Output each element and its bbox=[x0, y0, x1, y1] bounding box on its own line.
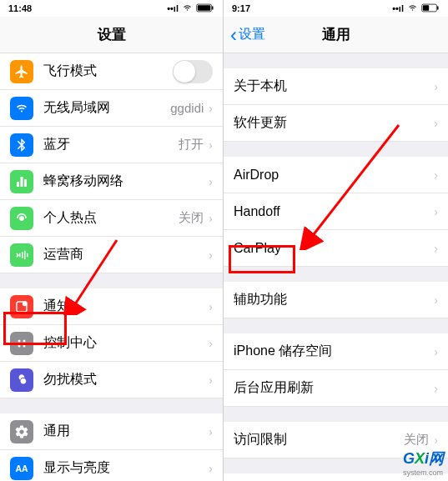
row-wifi[interactable]: 无线局域网 ggdidi › bbox=[0, 90, 223, 127]
wifi-icon bbox=[182, 3, 193, 15]
row-label: 个人热点 bbox=[43, 209, 179, 227]
row-control-center[interactable]: 控制中心 › bbox=[0, 325, 223, 362]
chevron-right-icon: › bbox=[209, 248, 213, 262]
general-icon bbox=[10, 420, 33, 443]
row-handoff[interactable]: Handoff › bbox=[224, 193, 448, 230]
chevron-right-icon: › bbox=[434, 80, 438, 93]
status-bar: 9:17 ••ıl bbox=[224, 0, 448, 17]
row-about[interactable]: 关于本机 › bbox=[224, 68, 448, 105]
chevron-right-icon: › bbox=[434, 345, 438, 358]
svg-rect-18 bbox=[437, 6, 438, 9]
row-software-update[interactable]: 软件更新 › bbox=[224, 105, 448, 142]
svg-text:AA: AA bbox=[15, 463, 28, 473]
svg-rect-2 bbox=[212, 6, 213, 9]
airplane-icon bbox=[10, 60, 33, 83]
row-bluetooth[interactable]: 蓝牙 打开 › bbox=[0, 127, 223, 163]
row-notifications[interactable]: 通知 › bbox=[0, 288, 223, 325]
signal-icon: ••ıl bbox=[392, 3, 404, 13]
chevron-right-icon: › bbox=[209, 373, 213, 387]
chevron-right-icon: › bbox=[434, 242, 438, 255]
row-label: iPhone 储存空间 bbox=[234, 343, 434, 360]
row-carplay[interactable]: CarPlay › bbox=[224, 230, 448, 267]
chevron-right-icon: › bbox=[434, 117, 438, 130]
row-display[interactable]: AA 显示与亮度 › bbox=[0, 450, 223, 481]
row-label: 蜂窝移动网络 bbox=[43, 173, 209, 190]
svg-point-7 bbox=[18, 344, 21, 347]
row-carrier[interactable]: 运营商 › bbox=[0, 237, 223, 273]
chevron-right-icon: › bbox=[209, 138, 213, 152]
row-label: 勿扰模式 bbox=[43, 371, 209, 388]
airplane-toggle[interactable] bbox=[173, 60, 213, 83]
wifi-icon bbox=[407, 3, 418, 15]
control-center-icon bbox=[10, 332, 33, 355]
chevron-right-icon: › bbox=[209, 425, 213, 438]
chevron-right-icon: › bbox=[434, 168, 438, 182]
notifications-icon bbox=[10, 295, 33, 318]
nav-bar: ‹ 设置 通用 bbox=[224, 17, 448, 53]
row-accessibility[interactable]: 辅助功能 › bbox=[224, 282, 448, 318]
row-label: 运营商 bbox=[43, 246, 209, 263]
row-label: 软件更新 bbox=[234, 114, 434, 132]
status-indicators: ••ıl bbox=[167, 3, 214, 15]
row-storage[interactable]: iPhone 储存空间 › bbox=[224, 333, 448, 370]
bluetooth-icon bbox=[10, 133, 33, 157]
row-value: 关闭 bbox=[404, 432, 429, 448]
chevron-right-icon: › bbox=[209, 175, 213, 188]
settings-screen-left: 11:48 ••ıl 设置 飞行模式 无线局域网 ggdidi › bbox=[0, 0, 224, 481]
display-icon: AA bbox=[10, 457, 33, 480]
svg-rect-17 bbox=[423, 5, 429, 11]
wifi-icon bbox=[10, 97, 33, 120]
chevron-right-icon: › bbox=[209, 462, 213, 475]
row-label: 关于本机 bbox=[234, 78, 434, 95]
settings-screen-right: 9:17 ••ıl ‹ 设置 通用 关于本机 › 软件更新 › AirDrop … bbox=[224, 0, 448, 481]
row-general[interactable]: 通用 › bbox=[0, 413, 223, 450]
row-dnd[interactable]: 勿扰模式 › bbox=[0, 362, 223, 398]
row-hotspot[interactable]: 个人热点 关闭 › bbox=[0, 200, 223, 237]
svg-point-8 bbox=[23, 344, 26, 347]
page-title: 通用 bbox=[322, 25, 350, 44]
row-value: 关闭 bbox=[179, 210, 204, 226]
chevron-right-icon: › bbox=[209, 337, 213, 350]
chevron-right-icon: › bbox=[434, 382, 438, 395]
section-gap bbox=[224, 267, 448, 282]
row-airdrop[interactable]: AirDrop › bbox=[224, 157, 448, 193]
row-cellular[interactable]: 蜂窝移动网络 › bbox=[0, 163, 223, 200]
row-label: CarPlay bbox=[234, 241, 434, 256]
svg-rect-1 bbox=[198, 5, 210, 11]
row-label: 蓝牙 bbox=[43, 136, 179, 153]
nav-bar: 设置 bbox=[0, 17, 223, 53]
chevron-right-icon: › bbox=[434, 433, 438, 447]
row-label: AirDrop bbox=[234, 168, 434, 183]
status-time: 11:48 bbox=[8, 3, 32, 13]
section-gap bbox=[0, 398, 223, 413]
chevron-right-icon: › bbox=[209, 102, 213, 115]
section-gap bbox=[224, 407, 448, 422]
row-label: 控制中心 bbox=[43, 334, 209, 352]
chevron-left-icon: ‹ bbox=[230, 23, 237, 47]
row-value: ggdidi bbox=[170, 101, 204, 115]
dnd-icon bbox=[10, 368, 33, 392]
row-label: 无线局域网 bbox=[43, 99, 170, 117]
chevron-right-icon: › bbox=[434, 205, 438, 218]
row-label: 访问限制 bbox=[234, 431, 404, 448]
battery-icon bbox=[196, 3, 214, 14]
back-button[interactable]: ‹ 设置 bbox=[230, 23, 265, 47]
section-gap bbox=[224, 318, 448, 333]
row-label: 后台应用刷新 bbox=[234, 379, 434, 397]
section-gap bbox=[224, 53, 448, 68]
status-bar: 11:48 ••ıl bbox=[0, 0, 223, 17]
row-label: 显示与亮度 bbox=[43, 459, 209, 477]
svg-point-6 bbox=[23, 339, 26, 342]
svg-point-5 bbox=[18, 339, 21, 342]
row-label: 辅助功能 bbox=[234, 291, 434, 308]
back-label: 设置 bbox=[239, 26, 265, 43]
section-gap bbox=[224, 142, 448, 157]
row-label: Handoff bbox=[234, 204, 434, 219]
row-label: 通知 bbox=[43, 298, 209, 315]
watermark: GXi网 system.com bbox=[403, 448, 444, 477]
page-title: 设置 bbox=[98, 25, 126, 44]
row-background-refresh[interactable]: 后台应用刷新 › bbox=[224, 370, 448, 407]
row-label: 通用 bbox=[43, 423, 209, 440]
section-gap bbox=[0, 273, 223, 288]
row-airplane-mode[interactable]: 飞行模式 bbox=[0, 53, 223, 90]
